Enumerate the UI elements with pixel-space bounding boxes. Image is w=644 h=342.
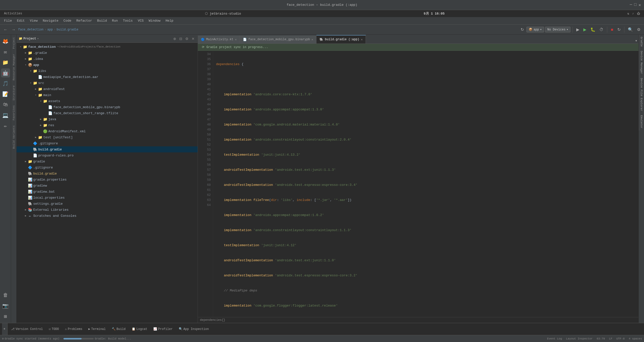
- logcat-tab[interactable]: 📋 Logcat: [129, 326, 150, 332]
- settings-button[interactable]: ⚙: [635, 26, 642, 33]
- todo-tab[interactable]: ☑ TODO: [46, 326, 61, 332]
- breadcrumb-file[interactable]: build.gradle: [57, 28, 78, 31]
- gradle-side-tab[interactable]: Gradle: [639, 35, 644, 49]
- tree-localprops[interactable]: ▶ 📊 local.properties: [17, 195, 198, 201]
- tree-root[interactable]: ▾ 📁 face_detection ~/AndroidStudioProjec…: [17, 44, 198, 50]
- tree-gradle-root[interactable]: ▶ 📁 gradle: [17, 158, 198, 164]
- tree-idea-folder[interactable]: ▶ 📁 .idea: [17, 56, 198, 62]
- menu-run[interactable]: Run: [110, 18, 120, 23]
- tab-overflow-button[interactable]: ▾: [634, 38, 638, 44]
- search-button[interactable]: 🔍: [626, 26, 634, 33]
- project-label[interactable]: Project: [12, 35, 16, 51]
- device-file-explorer-tab[interactable]: Device File Explorer: [639, 76, 644, 113]
- panel-dropdown-arrow[interactable]: ▾: [37, 37, 39, 40]
- tab-binarypb-close[interactable]: ✕: [311, 38, 313, 41]
- mail-icon[interactable]: ✉: [1, 47, 10, 56]
- tree-test-folder[interactable]: ▶ 📁 test [unitTest]: [17, 134, 198, 140]
- profiler-tab[interactable]: 📈 Profiler: [151, 326, 175, 332]
- forward-button[interactable]: →: [10, 26, 17, 33]
- menu-code[interactable]: Code: [61, 18, 73, 23]
- trash-icon[interactable]: 🗑: [1, 291, 10, 300]
- tab-mainactivity[interactable]: 🔵 MainActivity.kt ✕: [198, 35, 240, 44]
- tree-proguard-file[interactable]: ▶ 📄 proguard-rules.pro: [17, 152, 198, 158]
- device-dropdown[interactable]: No Devices ▾: [545, 27, 570, 32]
- emulator-tab[interactable]: Emulator: [639, 113, 644, 131]
- tree-scratches[interactable]: ▶ ✏ Scratches and Consoles: [17, 213, 198, 219]
- run-button[interactable]: ▶: [582, 26, 588, 33]
- tab-buildgradle[interactable]: 🐘 build.gradle (:app) ✕: [316, 35, 366, 44]
- maximize-btn[interactable]: □: [634, 3, 637, 8]
- terminal-icon[interactable]: 💻: [1, 111, 10, 120]
- tree-gitignore-root[interactable]: ▶ 🔷 .gitignore: [17, 164, 198, 170]
- menu-file[interactable]: File: [2, 18, 14, 23]
- tree-main-folder[interactable]: ▾ 📁 main: [17, 92, 198, 98]
- menu-refactor[interactable]: Refactor: [74, 18, 94, 23]
- tree-gitignore-app[interactable]: ▶ 🔷 .gitignore: [17, 140, 198, 146]
- profile-button[interactable]: ⏱: [598, 26, 605, 33]
- tree-androidtest-folder[interactable]: ▶ 📁 androidTest: [17, 86, 198, 92]
- resource-manager-label[interactable]: Resource Manager: [12, 51, 16, 83]
- menu-vcs[interactable]: VCS: [136, 18, 146, 23]
- tree-buildgradle-app[interactable]: ▶ 🐘 build.gradle: [17, 146, 198, 152]
- menu-window[interactable]: Window: [147, 18, 163, 23]
- tree-aar-file[interactable]: ▶ 📄 mediapipe_face_detection.aar: [17, 74, 198, 80]
- writer-icon[interactable]: 📝: [1, 90, 10, 99]
- menu-tools[interactable]: Tools: [121, 18, 135, 23]
- sync2-button[interactable]: ↻: [616, 26, 622, 33]
- module-dropdown[interactable]: 📦 app ▾: [526, 27, 544, 32]
- activities-label[interactable]: Activities: [4, 12, 22, 15]
- tree-buildgradle-root[interactable]: ▶ 🐘 build.gradle: [17, 170, 198, 177]
- minimize-btn[interactable]: ─: [630, 3, 632, 8]
- tree-binarypb-file[interactable]: ▶ 📄 face_detection_mobile_gpu.binarypb: [17, 104, 198, 110]
- panel-settings-button[interactable]: ⚙: [184, 36, 190, 41]
- tree-libs-folder[interactable]: ▾ 📁 libs: [17, 68, 198, 74]
- tree-app-module[interactable]: ▾ 📦 app: [17, 62, 198, 68]
- tree-res-folder[interactable]: ▶ 📁 res: [17, 122, 198, 128]
- music-icon[interactable]: 🎵: [1, 79, 10, 88]
- tab-binarypb[interactable]: 📄 face_detection_mobile_gpu.binarypb ✕: [240, 35, 316, 44]
- build-variants-label[interactable]: Build Variants: [12, 123, 16, 151]
- tab-mainactivity-close[interactable]: ✕: [235, 38, 237, 41]
- locate-button[interactable]: ⊕: [172, 36, 177, 41]
- vcs-tab[interactable]: ⎇ Version Control: [9, 326, 45, 332]
- tree-src-folder[interactable]: ▾ 📁 src: [17, 80, 198, 86]
- favorites-label[interactable]: Favorites: [12, 103, 16, 123]
- menu-help[interactable]: Help: [163, 18, 175, 23]
- code-content[interactable]: dependencies { implementation 'androidx.…: [213, 51, 638, 317]
- files-icon[interactable]: 📁: [1, 58, 10, 67]
- make-button[interactable]: ▶: [575, 26, 581, 33]
- back-button[interactable]: ←: [2, 26, 9, 33]
- tree-assets-folder[interactable]: ▾ 📁 assets: [17, 98, 198, 104]
- problems-tab[interactable]: ⚠ Problems: [62, 326, 85, 332]
- menu-view[interactable]: View: [28, 18, 40, 23]
- device-manager-tab[interactable]: Device Manager: [639, 49, 644, 76]
- app-inspection-tab[interactable]: 🔍 App Inspection: [176, 326, 211, 332]
- build-tab[interactable]: 🔨 Build: [109, 326, 128, 332]
- collapse-button[interactable]: ⊟: [178, 36, 183, 41]
- tree-tflite-file[interactable]: ▶ 📄 face_detection_short_range.tflite: [17, 110, 198, 116]
- layout-inspector-item[interactable]: Layout Inspector: [566, 337, 593, 340]
- tree-gradleprops[interactable]: ▶ 📊 gradle.properties: [17, 177, 198, 183]
- breadcrumb-module[interactable]: app: [47, 28, 53, 31]
- debug-button[interactable]: 🐛: [589, 26, 597, 33]
- software-icon[interactable]: 🛍: [1, 100, 10, 109]
- camera-icon[interactable]: 📷: [1, 301, 10, 310]
- stop-button[interactable]: ■: [609, 26, 615, 33]
- android-studio-icon[interactable]: 🤖: [1, 68, 10, 77]
- tree-settings-gradle[interactable]: ▶ 🐘 settings.gradle: [17, 201, 198, 207]
- close-btn[interactable]: ✕: [638, 3, 641, 8]
- menu-edit[interactable]: Edit: [15, 18, 27, 23]
- tab-buildgradle-close[interactable]: ✕: [361, 38, 363, 41]
- menu-navigate[interactable]: Navigate: [41, 18, 60, 23]
- tree-gradlew[interactable]: ▶ 📊 gradlew: [17, 183, 198, 189]
- tree-gradle-folder[interactable]: ▶ 📁 .gradle: [17, 50, 198, 56]
- terminal-tab[interactable]: ▶ Terminal: [86, 326, 108, 332]
- event-log-item[interactable]: Event Log: [547, 337, 562, 340]
- firefox-icon[interactable]: 🦊: [1, 37, 10, 46]
- menu-build[interactable]: Build: [95, 18, 109, 23]
- tree-manifest-file[interactable]: ▶ 🟢 AndroidManifest.xml: [17, 128, 198, 134]
- editor-icon[interactable]: ✏: [1, 121, 10, 130]
- tree-ext-libs[interactable]: ▶ 📚 External Libraries: [17, 207, 198, 213]
- structure-label[interactable]: Structure: [12, 83, 16, 103]
- tree-java-folder[interactable]: ▶ 📁 java: [17, 116, 198, 122]
